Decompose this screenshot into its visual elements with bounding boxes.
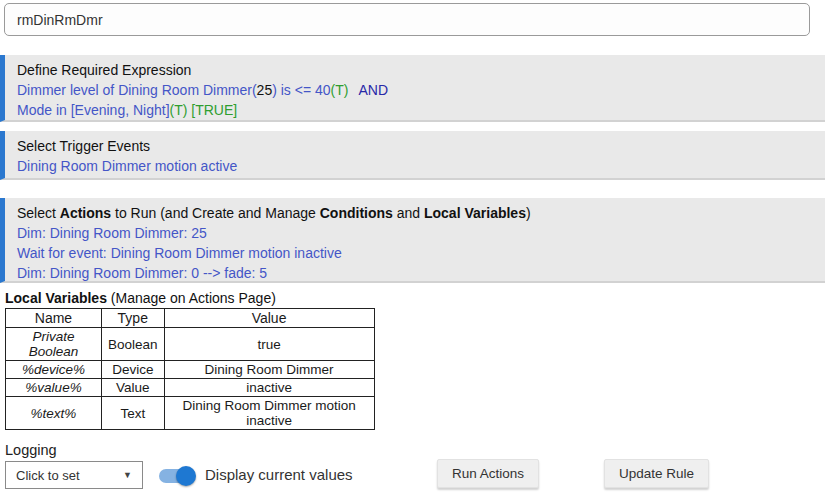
variable-value: Dining Room Dimmer motion inactive <box>164 397 374 430</box>
required-expression-section: Define Required Expression Dimmer level … <box>0 55 825 122</box>
table-row: %device% Device Dining Room Dimmer <box>6 361 375 379</box>
local-variables-heading-sub: (Manage on Actions Page) <box>107 290 276 306</box>
table-row: Private Boolean Boolean true <box>6 328 375 361</box>
rule-machine-page: Define Required Expression Dimmer level … <box>0 0 825 496</box>
action-item[interactable]: Dim: Dining Room Dimmer: 25 <box>17 223 811 243</box>
expression-text: Dimmer level of Dining Room Dimmer( <box>17 82 257 98</box>
logging-select[interactable]: Click to set ▼ <box>5 461 143 489</box>
variable-type: Device <box>102 361 165 379</box>
actions-title-bold: Actions <box>60 205 111 221</box>
rule-name-input[interactable] <box>4 3 810 36</box>
display-values-label: Display current values <box>205 466 353 483</box>
variable-value: true <box>164 328 374 361</box>
variable-name: %value% <box>6 379 102 397</box>
toggle-knob <box>176 466 196 486</box>
actions-title: Select Actions to Run (and Create and Ma… <box>17 203 811 223</box>
actions-title-text: ) <box>526 205 531 221</box>
truth-flag: (T) <box>170 102 192 118</box>
variable-name: %text% <box>6 397 102 430</box>
caret-down-icon: ▼ <box>123 470 132 480</box>
actions-title-text: and <box>393 205 424 221</box>
actions-title-text: Select <box>17 205 60 221</box>
truth-flag: (T) <box>331 82 349 98</box>
local-variables-heading: Local Variables (Manage on Actions Page) <box>5 290 276 306</box>
actions-title-bold: Local Variables <box>424 205 526 221</box>
table-header-row: Name Type Value <box>6 309 375 328</box>
and-operator: AND <box>358 82 388 98</box>
column-header-type: Type <box>102 309 165 328</box>
table-row: %value% Value inactive <box>6 379 375 397</box>
variable-name: Private Boolean <box>6 328 102 361</box>
device-current-value: 25 <box>257 82 273 98</box>
local-variables-heading-bold: Local Variables <box>5 290 107 306</box>
variable-value: inactive <box>164 379 374 397</box>
actions-section: Select Actions to Run (and Create and Ma… <box>0 198 825 283</box>
action-item[interactable]: Dim: Dining Room Dimmer: 0 --> fade: 5 <box>17 263 811 283</box>
run-actions-button[interactable]: Run Actions <box>437 459 539 488</box>
action-item[interactable]: Wait for event: Dining Room Dimmer motio… <box>17 243 811 263</box>
expression-text: ) is <= 40 <box>272 82 330 98</box>
column-header-name: Name <box>6 309 102 328</box>
expression-text: Mode in [Evening, Night] <box>17 102 170 118</box>
local-variables-table: Name Type Value Private Boolean Boolean … <box>5 308 375 430</box>
variable-type: Boolean <box>102 328 165 361</box>
logging-select-value: Click to set <box>16 468 80 483</box>
required-expression-title: Define Required Expression <box>17 60 811 80</box>
trigger-events-section: Select Trigger Events Dining Room Dimmer… <box>0 131 825 180</box>
update-rule-button[interactable]: Update Rule <box>604 459 709 488</box>
required-expression-line-1[interactable]: Dimmer level of Dining Room Dimmer(25) i… <box>17 80 811 100</box>
actions-title-text: to Run (and Create and Manage <box>111 205 320 221</box>
variable-name: %device% <box>6 361 102 379</box>
table-row: %text% Text Dining Room Dimmer motion in… <box>6 397 375 430</box>
actions-title-bold: Conditions <box>320 205 393 221</box>
trigger-event-item[interactable]: Dining Room Dimmer motion active <box>17 156 811 176</box>
variable-type: Value <box>102 379 165 397</box>
display-values-toggle[interactable] <box>159 469 194 483</box>
trigger-events-title: Select Trigger Events <box>17 136 811 156</box>
column-header-value: Value <box>164 309 374 328</box>
expression-result: [TRUE] <box>191 102 237 118</box>
variable-value: Dining Room Dimmer <box>164 361 374 379</box>
variable-type: Text <box>102 397 165 430</box>
required-expression-line-2[interactable]: Mode in [Evening, Night](T) [TRUE] <box>17 100 811 120</box>
logging-label: Logging <box>5 442 57 458</box>
